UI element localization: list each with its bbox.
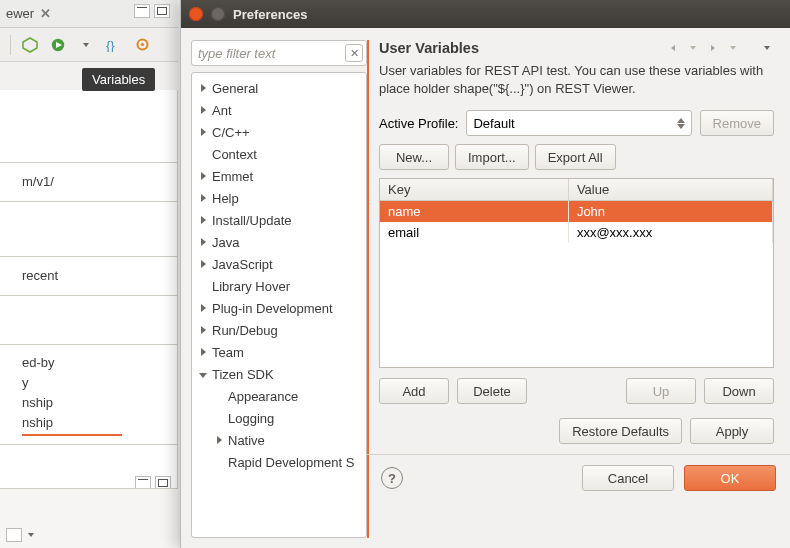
export-all-button[interactable]: Export All bbox=[535, 144, 616, 170]
spinner-icon[interactable] bbox=[677, 117, 685, 130]
active-profile-label: Active Profile: bbox=[379, 116, 458, 131]
close-icon[interactable]: ✕ bbox=[40, 6, 51, 21]
expand-icon[interactable] bbox=[198, 347, 208, 358]
tree-item[interactable]: Ant bbox=[192, 99, 366, 121]
tree-item-label: Plug-in Development bbox=[212, 301, 333, 316]
column-header-key[interactable]: Key bbox=[380, 179, 568, 201]
restore-view-icon[interactable] bbox=[6, 528, 22, 542]
tree-item[interactable]: Help bbox=[192, 187, 366, 209]
forward-icon[interactable] bbox=[706, 41, 720, 55]
window-close-icon[interactable] bbox=[189, 7, 203, 21]
collapse-icon[interactable] bbox=[198, 369, 208, 380]
new-button[interactable]: New... bbox=[379, 144, 449, 170]
tree-item-label: JavaScript bbox=[212, 257, 273, 272]
dialog-titlebar: Preferences bbox=[181, 0, 790, 28]
chevron-down-icon[interactable] bbox=[77, 36, 95, 54]
chevron-down-icon[interactable] bbox=[686, 41, 700, 55]
chevron-down-icon[interactable] bbox=[28, 525, 34, 540]
tree-item[interactable]: Library Hover bbox=[192, 275, 366, 297]
table-row[interactable]: emailxxx@xxx.xxx bbox=[380, 222, 773, 243]
add-button[interactable]: Add bbox=[379, 378, 449, 404]
expand-icon[interactable] bbox=[214, 435, 224, 446]
tree-item[interactable]: C/C++ bbox=[192, 121, 366, 143]
expand-icon[interactable] bbox=[198, 303, 208, 314]
recent-label: recent bbox=[22, 268, 58, 283]
tree-item-label: Logging bbox=[228, 411, 274, 426]
expand-icon[interactable] bbox=[198, 237, 208, 248]
expand-icon[interactable] bbox=[198, 127, 208, 138]
tooltip: Variables bbox=[82, 68, 155, 91]
ok-button[interactable]: OK bbox=[684, 465, 776, 491]
dialog-title: Preferences bbox=[233, 7, 307, 22]
list-item[interactable]: nship bbox=[22, 393, 167, 413]
svg-point-5 bbox=[140, 43, 143, 46]
tree-item[interactable]: Team bbox=[192, 341, 366, 363]
import-button[interactable]: Import... bbox=[455, 144, 529, 170]
active-profile-value: Default bbox=[473, 116, 514, 131]
tree-item[interactable]: Logging bbox=[192, 407, 366, 429]
variables-table[interactable]: Key Value nameJohnemailxxx@xxx.xxx bbox=[380, 179, 773, 243]
delete-button[interactable]: Delete bbox=[457, 378, 527, 404]
active-profile-combo[interactable]: Default bbox=[466, 110, 691, 136]
list-item[interactable]: y bbox=[22, 373, 167, 393]
cell-key: name bbox=[380, 201, 568, 223]
tree-item-label: C/C++ bbox=[212, 125, 250, 140]
help-icon[interactable]: ? bbox=[381, 467, 403, 489]
tree-item[interactable]: JavaScript bbox=[192, 253, 366, 275]
ide-view-tab[interactable]: ewer ✕ bbox=[0, 0, 57, 24]
apply-button[interactable]: Apply bbox=[690, 418, 774, 444]
column-header-value[interactable]: Value bbox=[568, 179, 772, 201]
braces-icon[interactable]: {} bbox=[105, 36, 123, 54]
expand-icon[interactable] bbox=[198, 325, 208, 336]
tree-item-label: Appearance bbox=[228, 389, 298, 404]
node-icon[interactable] bbox=[21, 36, 39, 54]
svg-text:{}: {} bbox=[106, 38, 115, 52]
back-icon[interactable] bbox=[666, 41, 680, 55]
down-button[interactable]: Down bbox=[704, 378, 774, 404]
expand-icon[interactable] bbox=[198, 215, 208, 226]
clear-filter-icon[interactable]: ✕ bbox=[345, 44, 363, 62]
list-item[interactable]: ed-by bbox=[22, 353, 167, 373]
list-pane: ed-by y nship nship bbox=[0, 344, 177, 445]
ide-left-pane: m/v1/ recent ed-by y nship nship bbox=[0, 90, 178, 548]
up-button[interactable]: Up bbox=[626, 378, 696, 404]
tree-item[interactable]: Context bbox=[192, 143, 366, 165]
settings-page: User Variables User variables for REST A… bbox=[377, 40, 776, 538]
expand-icon[interactable] bbox=[198, 83, 208, 94]
maximize-view-icon[interactable] bbox=[154, 4, 170, 18]
tree-item[interactable]: Install/Update bbox=[192, 209, 366, 231]
category-tree[interactable]: GeneralAntC/C++ContextEmmetHelpInstall/U… bbox=[191, 72, 367, 538]
ide-view-tab-label: ewer bbox=[6, 6, 34, 21]
gear-icon[interactable] bbox=[133, 36, 151, 54]
minimize-view-icon[interactable] bbox=[134, 4, 150, 18]
expand-icon[interactable] bbox=[198, 259, 208, 270]
expand-icon[interactable] bbox=[198, 171, 208, 182]
preferences-dialog: Preferences ✕ GeneralAntC/C++ContextEmme… bbox=[180, 0, 790, 548]
tree-item[interactable]: Appearance bbox=[192, 385, 366, 407]
tree-item-label: Library Hover bbox=[212, 279, 290, 294]
tree-item[interactable]: Java bbox=[192, 231, 366, 253]
window-minimize-icon[interactable] bbox=[211, 7, 225, 21]
expand-icon[interactable] bbox=[198, 105, 208, 116]
tree-item[interactable]: Native bbox=[192, 429, 366, 451]
table-row[interactable]: nameJohn bbox=[380, 201, 773, 223]
variables-table-container: Key Value nameJohnemailxxx@xxx.xxx bbox=[379, 178, 774, 368]
restore-defaults-button[interactable]: Restore Defaults bbox=[559, 418, 682, 444]
tree-item[interactable]: Plug-in Development bbox=[192, 297, 366, 319]
tree-item[interactable]: General bbox=[192, 77, 366, 99]
remove-profile-button[interactable]: Remove bbox=[700, 110, 774, 136]
filter-input[interactable] bbox=[191, 40, 367, 66]
tree-item[interactable]: Emmet bbox=[192, 165, 366, 187]
run-icon[interactable] bbox=[49, 36, 67, 54]
page-title: User Variables bbox=[379, 40, 479, 56]
tree-item[interactable]: Tizen SDK bbox=[192, 363, 366, 385]
menu-chevron-icon[interactable] bbox=[760, 41, 774, 55]
recent-pane: recent bbox=[0, 256, 177, 296]
tree-item[interactable]: Run/Debug bbox=[192, 319, 366, 341]
tree-item-label: Install/Update bbox=[212, 213, 292, 228]
category-column: ✕ GeneralAntC/C++ContextEmmetHelpInstall… bbox=[191, 40, 369, 538]
expand-icon[interactable] bbox=[198, 193, 208, 204]
chevron-down-icon[interactable] bbox=[726, 41, 740, 55]
cancel-button[interactable]: Cancel bbox=[582, 465, 674, 491]
tree-item[interactable]: Rapid Development S bbox=[192, 451, 366, 473]
